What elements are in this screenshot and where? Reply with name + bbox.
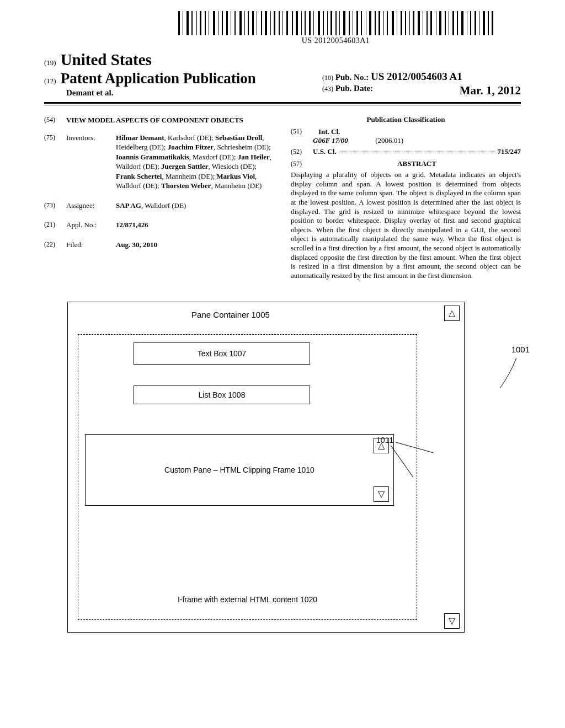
inventor-location: , Mannheim (DE); xyxy=(162,172,216,180)
code-54: (54) xyxy=(44,115,66,125)
uscl-value: 715/247 xyxy=(497,147,521,156)
right-column: Publication Classification (51) Int. Cl.… xyxy=(291,115,521,281)
abstract-heading: ABSTRACT xyxy=(313,159,521,168)
code-43: (43) xyxy=(322,85,333,93)
filed-label: Filed: xyxy=(66,240,116,250)
code-52: (52) xyxy=(291,148,313,156)
intcl-row: (51) Int. Cl. xyxy=(291,127,521,136)
assignee-label: Assignee: xyxy=(66,201,116,211)
abstract-head-row: (57) ABSTRACT xyxy=(291,159,521,168)
uscl-label: U.S. Cl. xyxy=(313,147,337,156)
code-12: (12) xyxy=(44,77,56,85)
barcode-graphic xyxy=(178,11,493,35)
intcl-value-row: G06F 17/00 (2006.01) xyxy=(313,136,521,145)
inventor-location: , Mannheim (DE) xyxy=(211,181,262,190)
pane-container-title: Pane Container 1005 xyxy=(151,310,311,319)
code-51: (51) xyxy=(291,127,313,136)
filed-value: Aug. 30, 2010 xyxy=(116,240,274,250)
inventor-location: , Maxdorf (DE); xyxy=(189,153,238,161)
authors-line: Demant et al. xyxy=(66,88,322,98)
appl-row: (21) Appl. No.: 12/871,426 xyxy=(44,220,274,230)
inventors-row: (75) Inventors: Hilmar Demant, Karlsdorf… xyxy=(44,133,274,191)
code-22: (22) xyxy=(44,240,66,250)
code-73: (73) xyxy=(44,201,66,211)
iframe-label: I-frame with external HTML content 1020 xyxy=(78,595,417,604)
intcl-label: Int. Cl. xyxy=(318,127,340,136)
inventors-list: Hilmar Demant, Karlsdorf (DE); Sebastian… xyxy=(116,133,274,191)
pub-date-label: Pub. Date: xyxy=(335,84,373,93)
rule-thin xyxy=(44,105,521,105)
code-10: (10) xyxy=(322,74,333,82)
inventor-name: Joachim Fitzer xyxy=(168,143,214,151)
figure-wrap: Pane Container 1005 △ ▽ Text Box 1007 Li… xyxy=(67,302,498,633)
inventor-name: Hilmar Demant xyxy=(116,133,164,142)
appl-label: Appl. No.: xyxy=(66,220,116,230)
custom-pane: Custom Pane – HTML Clipping Frame 1010 △… xyxy=(85,434,394,506)
inventor-location: , Schriesheim (DE); xyxy=(214,143,271,151)
appl-value: 12/871,426 xyxy=(116,220,274,230)
inventor-name: Jan Heiler xyxy=(238,153,270,161)
inventor-name: Markus Viol xyxy=(216,172,255,180)
inner-scroll-down-icon[interactable]: ▽ xyxy=(374,486,389,502)
rule-thick xyxy=(44,102,521,104)
inventor-location: , Wiesloch (DE); xyxy=(209,162,257,170)
outer-frame: Pane Container 1005 △ ▽ Text Box 1007 Li… xyxy=(67,302,465,633)
barcode-block: US 20120054603A1 xyxy=(178,11,493,45)
assignee-loc: , Walldorf (DE) xyxy=(141,201,186,210)
biblio-columns: (54) VIEW MODEL ASPECTS OF COMPONENT OBJ… xyxy=(44,115,521,281)
outer-scroll-up-icon[interactable]: △ xyxy=(444,306,460,321)
pub-date-value: Mar. 1, 2012 xyxy=(460,84,521,98)
list-box: List Box 1008 xyxy=(134,386,310,404)
country-name: United States xyxy=(61,51,152,68)
intcl-main: G06F 17/00 xyxy=(313,136,374,145)
document-header: (19) United States (12) Patent Applicati… xyxy=(44,51,521,105)
leader-line-1001 xyxy=(500,358,518,391)
label-1011: 1011 xyxy=(376,436,393,445)
assignee-value: SAP AG, Walldorf (DE) xyxy=(116,201,274,211)
label-1001: 1001 xyxy=(511,345,530,354)
inventor-name: Juergen Sattler xyxy=(161,162,209,170)
dashed-frame: Text Box 1007 List Box 1008 Custom Pane … xyxy=(78,334,417,620)
pub-no-label: Pub. No.: xyxy=(335,73,371,82)
title-row: (54) VIEW MODEL ASPECTS OF COMPONENT OBJ… xyxy=(44,115,274,125)
inventor-name: Ioannis Grammatikakis xyxy=(116,153,189,161)
assignee-name: SAP AG xyxy=(116,201,141,210)
code-21: (21) xyxy=(44,220,66,230)
inventors-label: Inventors: xyxy=(66,133,116,191)
inventor-name: Thorsten Weber xyxy=(161,181,211,190)
text-box: Text Box 1007 xyxy=(134,342,310,365)
inventor-name: Frank Schertel xyxy=(116,172,162,180)
inventor-name: Sebastian Droll xyxy=(215,133,262,142)
outer-scroll-down-icon[interactable]: ▽ xyxy=(444,613,460,629)
code-75: (75) xyxy=(44,133,66,191)
inventor-location: , Karlsdorf (DE); xyxy=(164,133,215,142)
custom-pane-label: Custom Pane – HTML Clipping Frame 1010 xyxy=(86,465,393,474)
invention-title: VIEW MODEL ASPECTS OF COMPONENT OBJECTS xyxy=(66,115,274,125)
filed-row: (22) Filed: Aug. 30, 2010 xyxy=(44,240,274,250)
left-column: (54) VIEW MODEL ASPECTS OF COMPONENT OBJ… xyxy=(44,115,274,281)
uscl-dots xyxy=(339,152,495,152)
uscl-row: (52) U.S. Cl. 715/247 xyxy=(291,147,521,156)
intcl-year: (2006.01) xyxy=(375,136,403,144)
barcode-number: US 20120054603A1 xyxy=(178,36,493,45)
assignee-row: (73) Assignee: SAP AG, Walldorf (DE) xyxy=(44,201,274,211)
publication-type: Patent Application Publication xyxy=(61,70,256,87)
classification-heading: Publication Classification xyxy=(291,115,521,124)
abstract-text: Displaying a plurality of objects on a g… xyxy=(291,170,521,281)
code-57: (57) xyxy=(291,160,313,168)
code-19: (19) xyxy=(44,58,56,67)
pub-no-value: US 2012/0054603 A1 xyxy=(371,71,462,82)
